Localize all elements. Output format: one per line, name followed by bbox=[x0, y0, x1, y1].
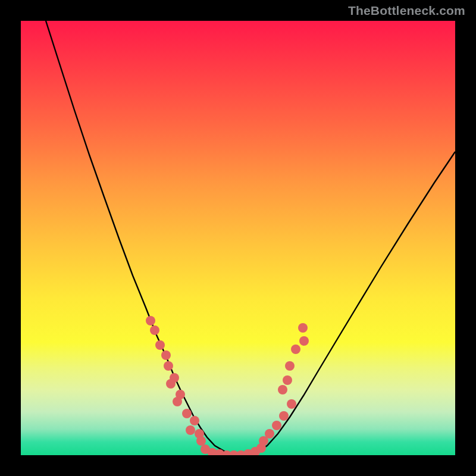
data-point bbox=[291, 345, 300, 354]
data-point bbox=[146, 316, 155, 325]
data-point bbox=[265, 429, 274, 439]
data-point bbox=[196, 436, 206, 446]
watermark-text: TheBottleneck.com bbox=[348, 4, 465, 18]
data-point bbox=[283, 375, 292, 385]
data-point bbox=[161, 350, 171, 360]
data-point bbox=[186, 425, 195, 435]
data-point bbox=[164, 361, 173, 371]
data-point bbox=[150, 325, 159, 335]
data-point bbox=[173, 397, 182, 406]
scatter-dots bbox=[146, 316, 309, 455]
data-point bbox=[287, 399, 296, 409]
data-point bbox=[285, 361, 295, 371]
data-point bbox=[256, 443, 266, 453]
data-point bbox=[278, 385, 287, 394]
bottleneck-curve bbox=[46, 21, 455, 455]
data-point bbox=[298, 323, 308, 333]
data-point bbox=[299, 336, 309, 346]
data-point bbox=[190, 416, 199, 425]
data-point bbox=[166, 379, 176, 389]
data-point bbox=[272, 421, 281, 430]
data-point bbox=[182, 409, 192, 418]
data-point bbox=[155, 340, 165, 350]
bottleneck-chart bbox=[21, 21, 455, 455]
data-point bbox=[279, 411, 289, 421]
